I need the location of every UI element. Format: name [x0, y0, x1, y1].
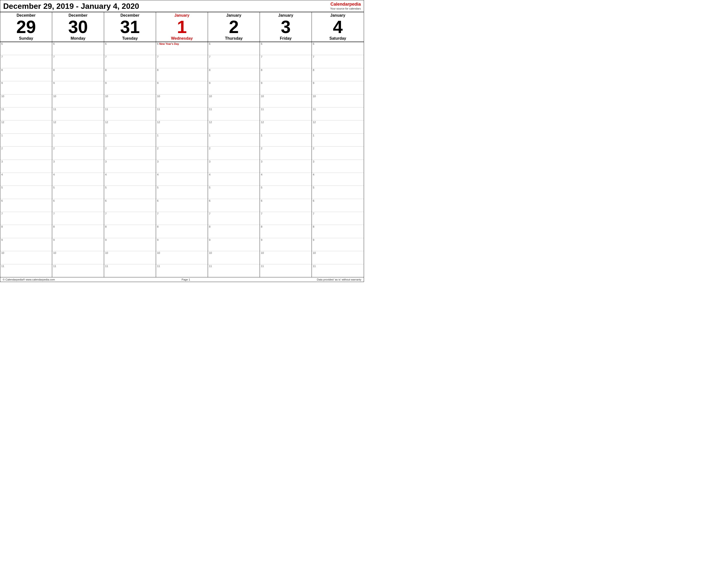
day-sat-slot-11[interactable]: 5: [312, 186, 364, 199]
day-tue-slot-13[interactable]: 7: [104, 212, 156, 225]
day-mon-slot-2[interactable]: 8: [52, 68, 104, 81]
day-tue-slot-6[interactable]: 12: [104, 121, 156, 133]
day-wed-slot-3[interactable]: 9: [156, 81, 208, 94]
day-fri-slot-2[interactable]: 8: [260, 68, 312, 81]
day-tue-slot-2[interactable]: 8: [104, 68, 156, 81]
day-sat-slot-4[interactable]: 10: [312, 95, 364, 108]
day-mon-slot-8[interactable]: 2: [52, 147, 104, 160]
day-thu-slot-14[interactable]: 8: [208, 225, 260, 238]
day-sun-slot-8[interactable]: 2: [0, 147, 52, 160]
day-mon-slot-13[interactable]: 7: [52, 212, 104, 225]
day-thu-slot-2[interactable]: 8: [208, 68, 260, 81]
day-wed-slot-13[interactable]: 7: [156, 212, 208, 225]
day-fri-slot-4[interactable]: 10: [260, 95, 312, 108]
day-sat-slot-17[interactable]: 11: [312, 265, 364, 277]
day-sat-slot-14[interactable]: 8: [312, 225, 364, 238]
day-sun-slot-5[interactable]: 11: [0, 108, 52, 121]
day-wed-slot-10[interactable]: 4: [156, 173, 208, 186]
day-sat-slot-10[interactable]: 4: [312, 173, 364, 186]
day-sun-slot-4[interactable]: 10: [0, 95, 52, 108]
day-fri-slot-8[interactable]: 2: [260, 147, 312, 160]
day-sun-slot-15[interactable]: 9: [0, 238, 52, 251]
day-thu-slot-11[interactable]: 5: [208, 186, 260, 199]
day-wed-slot-5[interactable]: 11: [156, 108, 208, 121]
day-fri-slot-9[interactable]: 3: [260, 160, 312, 173]
day-sat-slot-7[interactable]: 1: [312, 134, 364, 147]
day-sat-slot-6[interactable]: 12: [312, 121, 364, 133]
day-sun-slot-2[interactable]: 8: [0, 68, 52, 81]
day-sun-slot-1[interactable]: 7: [0, 55, 52, 68]
day-fri-slot-10[interactable]: 4: [260, 173, 312, 186]
day-sat-slot-0[interactable]: 6: [312, 42, 364, 55]
day-thu-slot-15[interactable]: 9: [208, 238, 260, 251]
day-sun-slot-9[interactable]: 3: [0, 160, 52, 173]
day-mon-slot-6[interactable]: 12: [52, 121, 104, 133]
day-thu-slot-1[interactable]: 7: [208, 55, 260, 68]
day-sun-slot-7[interactable]: 1: [0, 134, 52, 147]
day-wed-slot-8[interactable]: 2: [156, 147, 208, 160]
day-fri-slot-5[interactable]: 11: [260, 108, 312, 121]
day-fri-slot-14[interactable]: 8: [260, 225, 312, 238]
day-tue-slot-8[interactable]: 2: [104, 147, 156, 160]
day-fri-slot-13[interactable]: 7: [260, 212, 312, 225]
day-sun-slot-12[interactable]: 6: [0, 199, 52, 212]
day-wed-slot-9[interactable]: 3: [156, 160, 208, 173]
day-sat-slot-9[interactable]: 3: [312, 160, 364, 173]
day-wed-slot-17[interactable]: 11: [156, 265, 208, 277]
day-mon-slot-5[interactable]: 11: [52, 108, 104, 121]
day-mon-slot-10[interactable]: 4: [52, 173, 104, 186]
day-mon-slot-0[interactable]: 6: [52, 42, 104, 55]
day-sun-slot-11[interactable]: 5: [0, 186, 52, 199]
day-thu-slot-5[interactable]: 11: [208, 108, 260, 121]
day-mon-slot-3[interactable]: 9: [52, 81, 104, 94]
day-mon-slot-17[interactable]: 11: [52, 265, 104, 277]
day-sat-slot-16[interactable]: 10: [312, 251, 364, 264]
day-fri-slot-0[interactable]: 6: [260, 42, 312, 55]
day-sun-slot-14[interactable]: 8: [0, 225, 52, 238]
day-sat-slot-5[interactable]: 11: [312, 108, 364, 121]
day-sat-slot-2[interactable]: 8: [312, 68, 364, 81]
day-sun-slot-17[interactable]: 11: [0, 265, 52, 277]
day-sat-slot-15[interactable]: 9: [312, 238, 364, 251]
day-mon-slot-14[interactable]: 8: [52, 225, 104, 238]
day-sat-slot-12[interactable]: 6: [312, 199, 364, 212]
day-thu-slot-4[interactable]: 10: [208, 95, 260, 108]
day-tue-slot-11[interactable]: 5: [104, 186, 156, 199]
day-mon-slot-1[interactable]: 7: [52, 55, 104, 68]
day-mon-slot-12[interactable]: 6: [52, 199, 104, 212]
day-fri-slot-11[interactable]: 5: [260, 186, 312, 199]
day-tue-slot-1[interactable]: 7: [104, 55, 156, 68]
day-wed-slot-4[interactable]: 10: [156, 95, 208, 108]
day-fri-slot-12[interactable]: 6: [260, 199, 312, 212]
day-tue-slot-15[interactable]: 9: [104, 238, 156, 251]
day-fri-slot-1[interactable]: 7: [260, 55, 312, 68]
day-fri-slot-3[interactable]: 9: [260, 81, 312, 94]
day-tue-slot-10[interactable]: 4: [104, 173, 156, 186]
day-sat-slot-1[interactable]: 7: [312, 55, 364, 68]
day-tue-slot-7[interactable]: 1: [104, 134, 156, 147]
day-thu-slot-7[interactable]: 1: [208, 134, 260, 147]
day-mon-slot-4[interactable]: 10: [52, 95, 104, 108]
day-wed-slot-7[interactable]: 1: [156, 134, 208, 147]
day-thu-slot-0[interactable]: 6: [208, 42, 260, 55]
day-sat-slot-8[interactable]: 2: [312, 147, 364, 160]
day-fri-slot-17[interactable]: 11: [260, 265, 312, 277]
day-wed-slot-0[interactable]: 6 New Year's Day: [156, 42, 208, 55]
day-sun-slot-13[interactable]: 7: [0, 212, 52, 225]
day-sun-slot-0[interactable]: 6: [0, 42, 52, 55]
day-thu-slot-8[interactable]: 2: [208, 147, 260, 160]
day-mon-slot-15[interactable]: 9: [52, 238, 104, 251]
day-tue-slot-0[interactable]: 6: [104, 42, 156, 55]
day-fri-slot-6[interactable]: 12: [260, 121, 312, 133]
day-wed-slot-1[interactable]: 7: [156, 55, 208, 68]
day-thu-slot-10[interactable]: 4: [208, 173, 260, 186]
day-tue-slot-4[interactable]: 10: [104, 95, 156, 108]
day-tue-slot-5[interactable]: 11: [104, 108, 156, 121]
day-mon-slot-7[interactable]: 1: [52, 134, 104, 147]
day-tue-slot-12[interactable]: 6: [104, 199, 156, 212]
day-mon-slot-16[interactable]: 10: [52, 251, 104, 264]
day-thu-slot-17[interactable]: 11: [208, 265, 260, 277]
day-mon-slot-11[interactable]: 5: [52, 186, 104, 199]
day-tue-slot-3[interactable]: 9: [104, 81, 156, 94]
day-tue-slot-17[interactable]: 11: [104, 265, 156, 277]
